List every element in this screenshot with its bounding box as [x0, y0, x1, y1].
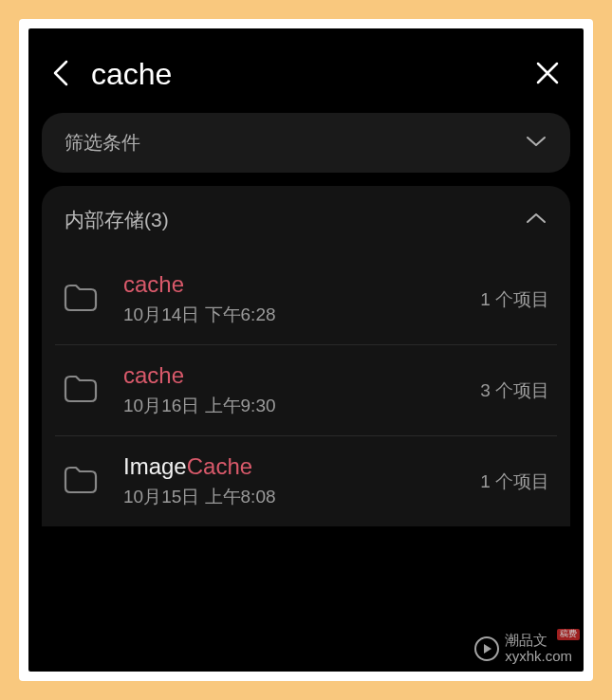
folder-icon — [63, 374, 99, 408]
folder-date: 10月16日 上午9:30 — [123, 394, 455, 418]
folder-item[interactable]: cache 10月14日 下午6:28 1 个项目 — [55, 254, 557, 345]
search-input[interactable]: cache — [91, 57, 513, 92]
watermark: 潮品文 xyxhk.com 稿费 — [474, 633, 572, 664]
watermark-text: 潮品文 xyxhk.com 稿费 — [505, 633, 572, 664]
folder-icon — [63, 283, 99, 317]
chevron-down-icon — [525, 135, 547, 152]
folder-list: cache 10月14日 下午6:28 1 个项目 cache 10月16日 上… — [42, 254, 570, 526]
play-icon — [474, 636, 499, 661]
folder-icon — [63, 465, 99, 499]
folder-date: 10月14日 下午6:28 — [123, 303, 455, 327]
search-header: cache — [28, 28, 584, 113]
folder-count: 1 个项目 — [480, 287, 549, 312]
storage-section-header[interactable]: 内部存储(3) — [42, 186, 570, 254]
filter-dropdown[interactable]: 筛选条件 — [42, 113, 570, 173]
folder-count: 3 个项目 — [480, 378, 549, 403]
folder-item[interactable]: cache 10月16日 上午9:30 3 个项目 — [55, 345, 557, 436]
folder-name: ImageCache — [123, 453, 455, 480]
filter-label: 筛选条件 — [65, 130, 140, 156]
folder-item[interactable]: ImageCache 10月15日 上午8:08 1 个项目 — [55, 436, 557, 526]
folder-name: cache — [123, 362, 455, 389]
storage-section: 内部存储(3) cache 1 — [42, 186, 570, 526]
storage-title: 内部存储(3) — [65, 207, 169, 233]
folder-info: cache 10月14日 下午6:28 — [123, 271, 455, 327]
back-arrow-icon[interactable] — [52, 59, 69, 91]
folder-info: ImageCache 10月15日 上午8:08 — [123, 453, 455, 509]
folder-date: 10月15日 上午8:08 — [123, 485, 455, 509]
folder-info: cache 10月16日 上午9:30 — [123, 362, 455, 418]
folder-count: 1 个项目 — [480, 470, 549, 494]
app-container: cache 筛选条件 内部存储(3) — [28, 28, 584, 672]
chevron-up-icon — [525, 212, 547, 229]
close-icon[interactable] — [535, 61, 560, 89]
folder-name: cache — [123, 271, 455, 298]
